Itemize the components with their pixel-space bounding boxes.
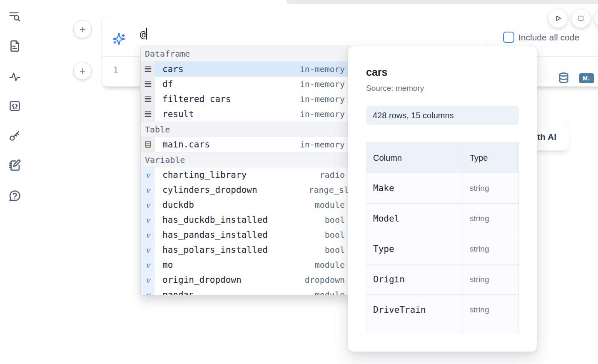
column-header: Column (366, 143, 463, 173)
column-name: Make (366, 173, 463, 204)
column-type (463, 325, 519, 334)
column-name: Origin (366, 264, 463, 295)
item-name: mo (162, 260, 173, 270)
autocomplete-item-df[interactable]: dfin-memory (141, 77, 351, 92)
schema-table: Column Type Make string Model string Typ… (366, 142, 519, 334)
item-type: bool (325, 245, 345, 255)
variable-icon: v (141, 272, 155, 287)
preview-source: Source: memory (366, 84, 519, 93)
dataframe-rows-icon (141, 92, 155, 107)
item-type: module (315, 260, 345, 270)
item-type: bool (325, 215, 345, 225)
autocomplete-item-charting-library[interactable]: v charting_libraryradio (141, 167, 351, 182)
dataframe-rows-icon (141, 77, 155, 92)
autocomplete-item-duckdb[interactable]: v duckdbmodule (141, 197, 351, 212)
autocomplete-item-main-cars[interactable]: main.carsin-memory (141, 137, 351, 152)
item-name: cars (162, 64, 184, 74)
database-icon[interactable] (558, 71, 570, 85)
section-header-variable: Variable (141, 152, 351, 167)
column-name: Type (366, 234, 463, 264)
snippets-icon[interactable] (8, 100, 21, 112)
scratchpad-icon[interactable] (8, 159, 21, 172)
schema-row: Origin string (366, 264, 519, 295)
variable-icon: v (141, 182, 155, 197)
column-name: Model (366, 204, 463, 234)
variable-icon: v (141, 167, 155, 182)
ai-prompt-input[interactable]: @ (140, 28, 147, 40)
help-icon[interactable] (8, 189, 21, 202)
previous-cell-bottom-edge (287, 0, 598, 4)
autocomplete-item-filtered-cars[interactable]: filtered_carsin-memory (141, 92, 351, 107)
item-type: in-memory (300, 140, 345, 150)
section-header-table: Table (141, 122, 351, 137)
markdown-icon[interactable]: M↓ (579, 73, 594, 83)
variable-icon: v (141, 227, 155, 242)
autocomplete-item-result[interactable]: resultin-memory (141, 107, 351, 122)
schema-row: Make string (366, 173, 519, 204)
autocomplete-item-has-pandas-installed[interactable]: v has_pandas_installedbool (141, 227, 351, 242)
item-name: cylinders_dropdown (162, 185, 257, 195)
item-type: module (315, 290, 345, 296)
add-cell-below-button[interactable]: + (73, 62, 92, 80)
item-type: dropdown (305, 275, 345, 285)
column-type: string (463, 234, 519, 264)
item-name: duckdb (162, 200, 194, 210)
item-name: main.cars (162, 140, 210, 150)
schema-header-row: Column Type (366, 143, 519, 173)
preview-title: cars (366, 66, 519, 78)
item-name: df (162, 79, 173, 89)
include-all-code-label: Include all code (518, 32, 579, 43)
autocomplete-dropdown: Dataframe carsin-memory dfin-memory filt… (140, 46, 351, 296)
autocomplete-item-cylinders-dropdown[interactable]: v cylinders_dropdownrange_slider (141, 182, 351, 197)
schema-row: Type string (366, 234, 519, 264)
preview-shape-badge: 428 rows, 15 columns (366, 106, 519, 125)
include-all-code-checkbox[interactable] (503, 32, 514, 43)
section-header-dataframe: Dataframe (141, 46, 351, 62)
item-type: module (315, 200, 345, 210)
stop-button[interactable] (571, 9, 591, 28)
autocomplete-item-has-duckdb-installed[interactable]: v has_duckdb_installedbool (141, 212, 351, 227)
variable-icon: v (141, 242, 155, 257)
column-name: DriveTrain (366, 295, 463, 325)
item-name: charting_library (162, 170, 247, 180)
schema-row: Model string (366, 204, 519, 234)
dataframe-rows-icon (141, 107, 155, 122)
item-type: in-memory (300, 109, 345, 119)
column-type: string (463, 204, 519, 234)
item-type: in-memory (300, 79, 345, 89)
variable-icon: v (141, 257, 155, 272)
variable-icon: v (141, 212, 155, 227)
autocomplete-item-mo[interactable]: v momodule (141, 257, 351, 272)
item-type: in-memory (300, 64, 345, 74)
database-table-icon (141, 137, 155, 152)
column-type: string (463, 264, 519, 295)
column-type: string (463, 173, 519, 204)
table-of-contents-search-icon[interactable] (8, 10, 21, 23)
add-cell-above-button[interactable]: + (73, 20, 92, 38)
item-type: bool (325, 230, 345, 240)
file-document-icon[interactable] (8, 40, 21, 52)
line-number: 1 (113, 65, 118, 75)
run-cell-button[interactable] (548, 9, 568, 28)
sparkles-icon (112, 32, 125, 45)
dataframe-preview-panel: cars Source: memory 428 rows, 15 columns… (348, 46, 537, 352)
autocomplete-item-pandas[interactable]: v pandasmodule (141, 287, 351, 296)
variable-icon: v (141, 197, 155, 212)
schema-row: DriveTrain string (366, 295, 519, 325)
item-name: has_polars_installed (162, 245, 268, 255)
item-type: in-memory (300, 94, 345, 104)
item-type: radio (320, 170, 345, 180)
schema-table-wrapper: Column Type Make string Model string Typ… (366, 142, 519, 334)
item-name: result (162, 109, 194, 119)
dataframe-rows-icon (141, 62, 155, 77)
type-header: Type (463, 143, 519, 173)
autocomplete-item-origin-dropdown[interactable]: v origin_dropdowndropdown (141, 272, 351, 287)
column-type: string (463, 295, 519, 325)
prompt-text: @ (140, 29, 146, 40)
column-name (366, 325, 463, 334)
stop-icon (576, 14, 586, 23)
activity-icon[interactable] (8, 70, 21, 83)
autocomplete-item-cars[interactable]: carsin-memory (141, 62, 351, 77)
autocomplete-item-has-polars-installed[interactable]: v has_polars_installedbool (141, 242, 351, 257)
key-icon[interactable] (8, 129, 21, 142)
